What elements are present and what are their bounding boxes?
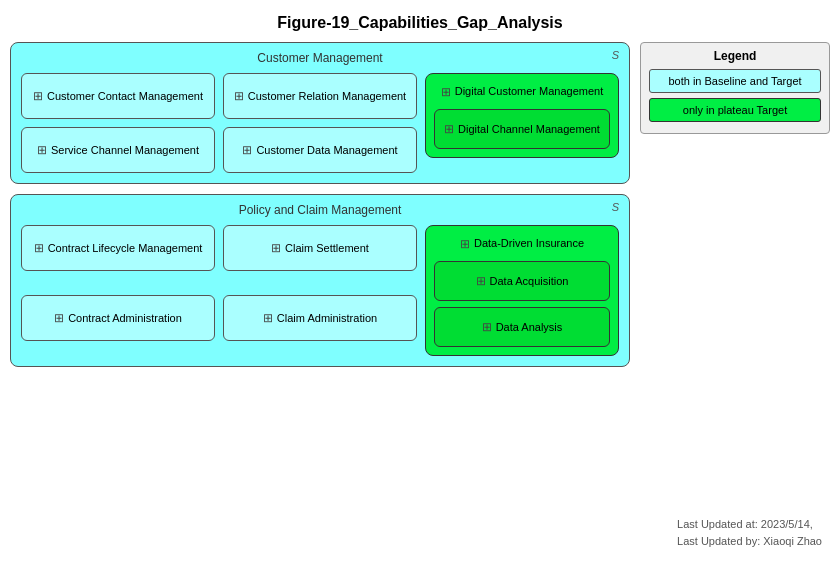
data-driven-group: Data-Driven Insurance Data Acquisition D… (425, 225, 619, 356)
cap-digital-channel: Digital Channel Management (434, 109, 610, 149)
grid-icon-green-anal (482, 320, 492, 334)
grid-icon-4 (242, 143, 252, 157)
customer-group-badge: S (612, 49, 619, 61)
cap-service-channel: Service Channel Management (21, 127, 215, 173)
legend-panel: Legend both in Baseline and Target only … (640, 42, 830, 134)
grid-icon-green-acq (476, 274, 486, 288)
grid-icon-8 (263, 311, 273, 325)
diagrams-column: Customer Management S Customer Contact M… (10, 42, 630, 367)
grid-icon-2 (234, 89, 244, 103)
legend-title: Legend (649, 49, 821, 63)
cap-data-analysis: Data Analysis (434, 307, 610, 347)
cap-claim-admin: Claim Administration (223, 295, 417, 341)
grid-icon-green-top (441, 82, 451, 100)
cap-customer-data: Customer Data Management (223, 127, 417, 173)
cap-contract-lifecycle: Contract Lifecycle Management (21, 225, 215, 271)
grid-icon-3 (37, 143, 47, 157)
legend-green-item: only in plateau Target (649, 98, 821, 122)
footer: Last Updated at: 2023/5/14, Last Updated… (677, 516, 822, 549)
customer-capabilities-grid: Customer Contact Management Customer Rel… (21, 73, 619, 173)
digital-customer-label: Digital Customer Management (455, 85, 604, 97)
policy-capabilities-grid: Contract Lifecycle Management Claim Sett… (21, 225, 619, 356)
customer-management-group: Customer Management S Customer Contact M… (10, 42, 630, 184)
policy-group-badge: S (612, 201, 619, 213)
digital-customer-group: Digital Customer Management Digital Chan… (425, 73, 619, 158)
grid-icon-green-data-top (460, 234, 470, 252)
customer-group-label: Customer Management (21, 51, 619, 65)
grid-icon-green-sub (444, 122, 454, 136)
grid-icon-6 (271, 241, 281, 255)
cap-contract-admin: Contract Administration (21, 295, 215, 341)
cap-claim-settlement: Claim Settlement (223, 225, 417, 271)
grid-icon-5 (34, 241, 44, 255)
page-title: Figure-19_Capabilities_Gap_Analysis (0, 0, 840, 42)
footer-line1: Last Updated at: 2023/5/14, (677, 516, 822, 533)
data-driven-label: Data-Driven Insurance (474, 237, 584, 249)
cap-customer-contact: Customer Contact Management (21, 73, 215, 119)
cap-customer-relation: Customer Relation Management (223, 73, 417, 119)
grid-icon-1 (33, 89, 43, 103)
policy-management-group: Policy and Claim Management S Contract L… (10, 194, 630, 367)
legend-cyan-item: both in Baseline and Target (649, 69, 821, 93)
policy-group-label: Policy and Claim Management (21, 203, 619, 217)
grid-icon-7 (54, 311, 64, 325)
footer-line2: Last Updated by: Xiaoqi Zhao (677, 533, 822, 550)
cap-data-acquisition: Data Acquisition (434, 261, 610, 301)
